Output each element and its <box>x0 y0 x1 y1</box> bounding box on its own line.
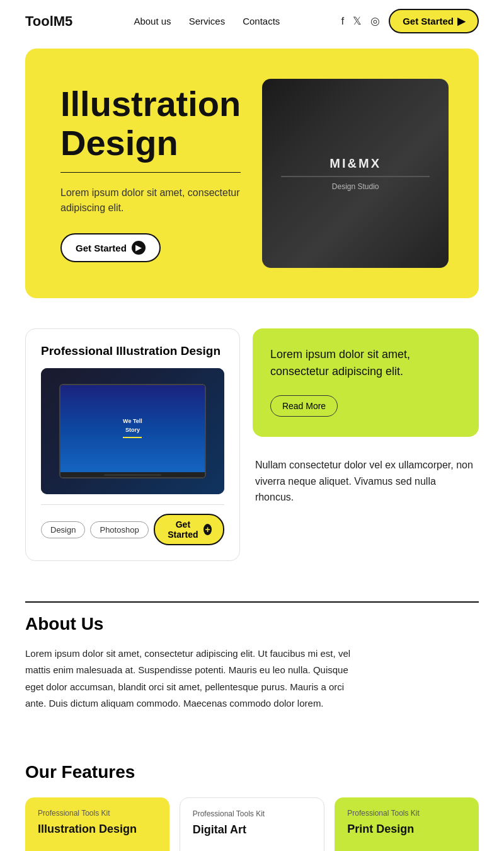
nav-get-started-button[interactable]: Get Started ▶ <box>389 9 479 33</box>
left-card-title: Professional Illustration Design <box>41 344 224 358</box>
about-title: About Us <box>25 614 479 634</box>
feature-card-1: Professional Tools Kit Digital Art <box>180 797 325 851</box>
card-get-started-button[interactable]: Get Started + <box>154 514 224 545</box>
read-more-button[interactable]: Read More <box>270 395 338 417</box>
left-card: Professional Illustration Design We Tell… <box>25 328 240 561</box>
arrow-circle-icon: ▶ <box>132 241 146 255</box>
card-tags: Design Photoshop Get Started + <box>41 514 224 545</box>
text-block-card: Nullam consectetur dolor vel ex ullamcor… <box>253 447 479 516</box>
feature-card-label-0: Professional Tools Kit <box>38 809 157 818</box>
hero-section: Illustration Design Lorem ipsum dolor si… <box>25 49 479 298</box>
hero-get-started-button[interactable]: Get Started ▶ <box>60 233 161 262</box>
features-title: Our Features <box>25 762 479 782</box>
left-card-image: We TellStory <box>41 368 224 494</box>
social-icons: f 𝕏 ◎ <box>341 14 380 28</box>
nav-about[interactable]: About us <box>134 16 171 26</box>
tag-photoshop[interactable]: Photoshop <box>90 521 148 538</box>
feature-card-label-2: Professional Tools Kit <box>347 809 466 818</box>
twitter-icon[interactable]: 𝕏 <box>353 14 362 28</box>
feature-card-title-2: Print Design <box>347 823 466 836</box>
features-section: Our Features Professional Tools Kit Illu… <box>25 762 479 851</box>
tag-design[interactable]: Design <box>41 521 85 538</box>
about-section: About Us Lorem ipsum dolor sit amet, con… <box>25 601 479 737</box>
feature-card-title-1: Digital Art <box>193 823 312 837</box>
hero-description: Lorem ipsum dolor sit amet, consectetur … <box>60 185 241 216</box>
about-body: Lorem ipsum dolor sit amet, consectetur … <box>25 645 353 712</box>
green-card: Lorem ipsum dolor sit amet, consectetur … <box>253 328 479 437</box>
facebook-icon[interactable]: f <box>341 15 344 28</box>
hero-image: MI&MX Design Studio <box>262 79 449 268</box>
feature-card-2: Professional Tools Kit Print Design <box>335 797 479 851</box>
logo: ToolM5 <box>25 13 72 30</box>
navbar: ToolM5 About us Services Contacts f 𝕏 ◎ … <box>0 0 504 42</box>
feature-card-title-0: Illustration Design <box>38 823 157 836</box>
feature-card-label-1: Professional Tools Kit <box>193 809 312 818</box>
nav-links: About us Services Contacts <box>134 16 280 26</box>
hero-left: Illustration Design Lorem ipsum dolor si… <box>60 84 241 262</box>
instagram-icon[interactable]: ◎ <box>370 14 380 28</box>
features-cards: Professional Tools Kit Illustration Desi… <box>25 797 479 851</box>
text-block-content: Nullam consectetur dolor vel ex ullamcor… <box>255 457 476 506</box>
right-cards: Lorem ipsum dolor sit amet, consectetur … <box>253 328 479 561</box>
hero-title: Illustration Design <box>60 84 241 162</box>
nav-contacts[interactable]: Contacts <box>243 16 280 26</box>
green-card-text: Lorem ipsum dolor sit amet, consectetur … <box>270 346 461 380</box>
arrow-right-icon: ▶ <box>457 15 465 27</box>
plus-icon: + <box>203 524 212 535</box>
feature-card-0: Professional Tools Kit Illustration Desi… <box>25 797 169 851</box>
cards-section: Professional Illustration Design We Tell… <box>25 328 479 561</box>
nav-services[interactable]: Services <box>189 16 226 26</box>
hero-image-label: MI&MX <box>329 156 381 171</box>
